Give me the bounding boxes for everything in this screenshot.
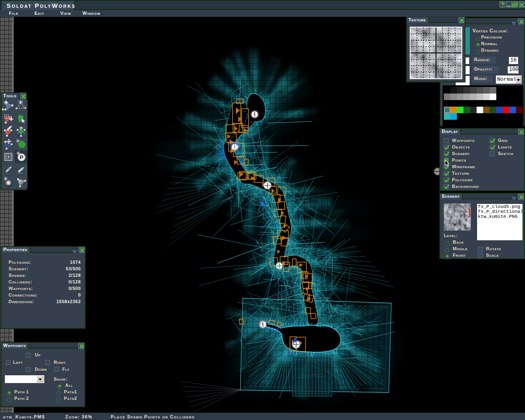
svg-text:POLYWORKS: POLYWORKS [302, 362, 322, 365]
svg-text:ILDLEON: ILDLEON [305, 387, 320, 391]
svg-text:FOR: FOR [309, 383, 315, 386]
svg-text:THE KUMITE: THE KUMITE [302, 372, 322, 376]
svg-text:P: P [20, 154, 23, 160]
